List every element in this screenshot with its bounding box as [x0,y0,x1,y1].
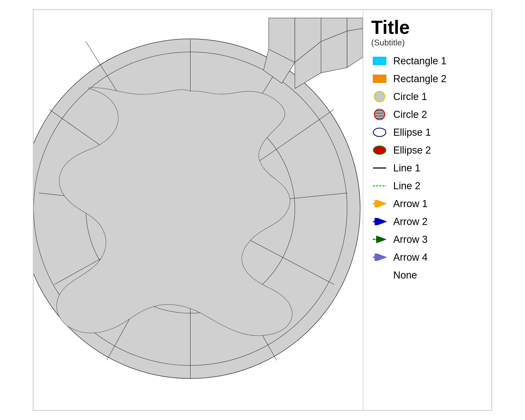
svg-point-30 [374,91,385,102]
legend-item-circle2: Circle 2 [371,107,484,122]
legend-symbol-line1 [371,162,388,174]
legend-label-rect1: Rectangle 1 [393,55,447,67]
svg-point-35 [373,128,386,136]
circle1-icon [372,90,387,103]
legend-symbol-arrow1 [371,197,388,210]
arrow4-icon [372,254,387,261]
legend-title: Title [371,18,484,37]
legend-panel: Title (Subtitle) Rectangle 1 [363,10,491,410]
legend-label-rect2: Rectangle 2 [393,73,447,85]
legend-item-arrow3: Arrow 3 [371,232,484,246]
map-area [34,10,363,410]
legend-label-circle1: Circle 1 [393,91,427,102]
ellipse1-icon [372,127,387,138]
line2-icon [372,183,387,188]
legend-label-arrow2: Arrow 2 [393,216,428,227]
legend-subtitle: (Subtitle) [371,38,484,48]
line1-icon [372,165,387,171]
legend-item-none: None [371,268,484,282]
legend-label-circle2: Circle 2 [393,109,427,120]
map-svg [34,10,363,410]
legend-symbol-rect1 [371,55,388,67]
legend-item-arrow2: Arrow 2 [371,214,484,229]
legend-item-rect1: Rectangle 1 [371,54,484,68]
main-container: Title (Subtitle) Rectangle 1 [0,0,525,420]
svg-rect-26 [373,57,386,65]
legend-item-line2: Line 2 [371,179,484,193]
legend-item-ellipse2: Ellipse 2 [371,143,484,157]
rect2-icon [372,74,387,84]
legend-item-line1: Line 1 [371,161,484,175]
map-frame: Title (Subtitle) Rectangle 1 [33,9,492,411]
legend-label-none: None [393,270,417,281]
legend-label-ellipse2: Ellipse 2 [393,145,431,156]
legend-symbol-arrow2 [371,215,388,228]
arrow2-icon [372,218,387,225]
legend-symbol-ellipse2 [371,144,388,156]
legend-item-ellipse1: Ellipse 1 [371,125,484,139]
legend-symbol-arrow3 [371,233,388,246]
legend-label-arrow3: Arrow 3 [393,234,428,245]
legend-item-arrow4: Arrow 4 [371,250,484,264]
svg-rect-29 [373,75,386,83]
legend-item-rect2: Rectangle 2 [371,72,484,86]
legend-label-ellipse1: Ellipse 1 [393,127,431,138]
legend-symbol-circle2 [371,108,388,121]
legend-label-arrow1: Arrow 1 [393,198,428,209]
legend-label-line2: Line 2 [393,180,421,192]
legend-label-line1: Line 1 [393,162,421,174]
legend-symbol-rect2 [371,72,388,85]
legend-symbol-line2 [371,180,388,192]
ellipse2-icon [372,144,387,156]
circle2-icon [372,108,387,121]
legend-item-circle1: Circle 1 [371,90,484,104]
legend-item-arrow1: Arrow 1 [371,197,484,211]
arrow3-icon [372,236,387,243]
legend-symbol-ellipse1 [371,126,388,139]
legend-label-arrow4: Arrow 4 [393,252,428,263]
arrow1-icon [372,200,387,207]
legend-symbol-circle1 [371,90,388,103]
rect1-icon [372,56,387,66]
legend-symbol-arrow4 [371,251,388,264]
